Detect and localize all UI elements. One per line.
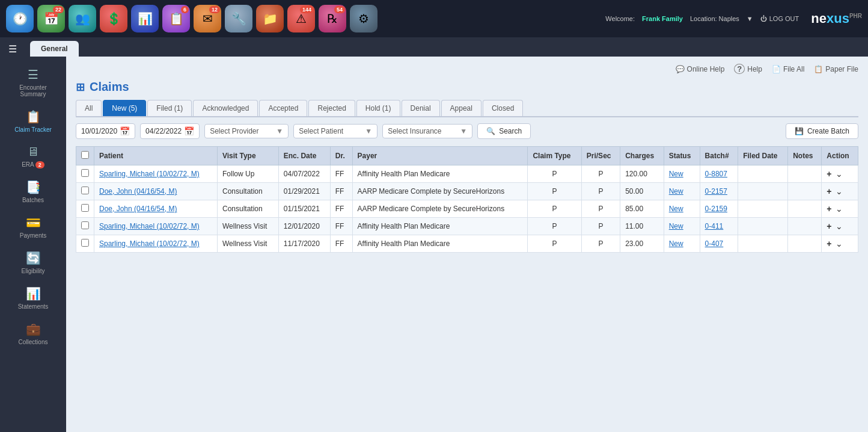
location-dropdown-icon[interactable]: ▼ [747, 15, 753, 22]
row-enc-date: 12/01/2020 [278, 218, 330, 235]
table-row: Sparling, Michael (10/02/72, M) Wellness… [76, 235, 858, 253]
tab-acknowledged[interactable]: Acknowledged [193, 100, 258, 116]
provider-select[interactable]: Select Provider ▼ [204, 124, 289, 138]
tab-general[interactable]: General [30, 41, 79, 57]
patient-select[interactable]: Select Patient ▼ [293, 124, 377, 138]
nav-wrench-btn[interactable]: 🔧 [225, 5, 252, 32]
insurance-select[interactable]: Select Insurance ▼ [382, 124, 472, 138]
sidebar-item-eligibility[interactable]: 🔄 Eligibility [4, 246, 62, 279]
row-claim-type: P [528, 165, 581, 183]
date-from-value: 10/01/2020 [81, 127, 117, 135]
row-checkbox[interactable] [81, 169, 89, 177]
hamburger-menu[interactable]: ☰ [5, 41, 20, 57]
file-all-icon: 📄 [772, 65, 781, 73]
top-nav: 🕐 📅 22 👥 💲 📊 📋 6 ✉ 12 🔧 📁 ⚠ 144 ℞ 54 ⚙ W… [0, 0, 868, 37]
calendar-from-icon[interactable]: 📅 [120, 126, 130, 136]
content-area: 💬 Online Help ? Help 📄 File All 📋 Paper … [66, 57, 868, 432]
nav-users-btn[interactable]: 👥 [69, 5, 96, 32]
row-checkbox-cell[interactable] [76, 183, 94, 200]
select-all-checkbox[interactable] [81, 151, 89, 159]
row-dr: FF [330, 235, 352, 253]
nav-warning-btn[interactable]: ⚠ 144 [287, 5, 315, 32]
row-batch[interactable]: 0-2159 [700, 200, 738, 218]
tab-new[interactable]: New (5) [103, 100, 146, 116]
action-expand-icon[interactable]: ⌄ [836, 169, 843, 179]
patient-select-label: Select Patient [299, 127, 343, 135]
warning-badge: 144 [300, 6, 314, 13]
row-batch[interactable]: 0-8807 [700, 165, 738, 183]
row-checkbox-cell[interactable] [76, 218, 94, 235]
row-status[interactable]: New [664, 235, 700, 253]
action-add-icon[interactable]: + [827, 187, 831, 196]
file-all-link[interactable]: 📄 File All [772, 65, 804, 73]
location-text: Location: Naples [690, 15, 739, 22]
row-action: + ⌄ [822, 183, 858, 200]
tab-appeal[interactable]: Appeal [441, 100, 481, 116]
sidebar-item-collections[interactable]: 💼 Collections [4, 317, 62, 350]
table-row: Doe, John (04/16/54, M) Consultation 01/… [76, 183, 858, 200]
sidebar-item-encounter-summary[interactable]: ☰ Encounter Summary [4, 63, 62, 102]
action-expand-icon[interactable]: ⌄ [836, 221, 843, 231]
online-help-link[interactable]: 💬 Online Help [676, 65, 725, 73]
tab-accepted[interactable]: Accepted [259, 100, 307, 116]
tab-rejected[interactable]: Rejected [308, 100, 355, 116]
tab-hold[interactable]: Hold (1) [356, 100, 400, 116]
row-patient[interactable]: Sparling, Michael (10/02/72, M) [94, 218, 218, 235]
row-status[interactable]: New [664, 218, 700, 235]
nav-dollar-btn[interactable]: 💲 [100, 5, 127, 32]
tab-filed[interactable]: Filed (1) [147, 100, 192, 116]
row-claim-type: P [528, 200, 581, 218]
help-link[interactable]: ? Help [734, 64, 762, 74]
sidebar-item-payments[interactable]: 💳 Payments [4, 211, 62, 244]
calendar-to-icon[interactable]: 📅 [184, 126, 194, 136]
row-checkbox-cell[interactable] [76, 200, 94, 218]
action-add-icon[interactable]: + [827, 204, 831, 214]
sidebar-item-statements[interactable]: 📊 Statements [4, 282, 62, 315]
row-patient[interactable]: Doe, John (04/16/54, M) [94, 200, 218, 218]
date-to-field[interactable]: 04/22/2022 📅 [140, 123, 200, 139]
tab-all[interactable]: All [76, 100, 102, 116]
row-batch[interactable]: 0-2157 [700, 183, 738, 200]
sidebar-item-claim-tracker[interactable]: 📋 Claim Tracker [4, 105, 62, 138]
row-patient[interactable]: Sparling, Michael (10/02/72, M) [94, 165, 218, 183]
row-status[interactable]: New [664, 200, 700, 218]
nav-chart-btn[interactable]: 📊 [131, 5, 159, 32]
tab-denial[interactable]: Denial [402, 100, 440, 116]
row-checkbox-cell[interactable] [76, 165, 94, 183]
action-add-icon[interactable]: + [827, 221, 831, 231]
row-status[interactable]: New [664, 165, 700, 183]
row-patient[interactable]: Doe, John (04/16/54, M) [94, 183, 218, 200]
nav-rx-btn[interactable]: ℞ 54 [319, 5, 346, 32]
paper-file-link[interactable]: 📋 Paper File [814, 65, 858, 73]
row-checkbox-cell[interactable] [76, 235, 94, 253]
row-checkbox[interactable] [81, 239, 89, 247]
search-button[interactable]: 🔍 Search [477, 123, 531, 139]
row-checkbox[interactable] [81, 221, 89, 229]
create-batch-button[interactable]: 💾 Create Batch [786, 123, 858, 139]
row-batch[interactable]: 0-411 [700, 218, 738, 235]
row-claim-type: P [528, 218, 581, 235]
nav-folder-btn[interactable]: 📁 [256, 5, 284, 32]
th-filed-date: Filed Date [738, 147, 788, 165]
nav-calendar-btn[interactable]: 📅 22 [37, 5, 65, 32]
row-checkbox[interactable] [81, 187, 89, 194]
row-batch[interactable]: 0-407 [700, 235, 738, 253]
row-status[interactable]: New [664, 183, 700, 200]
row-checkbox[interactable] [81, 204, 89, 212]
date-from-field[interactable]: 10/01/2020 📅 [76, 123, 135, 139]
tab-closed[interactable]: Closed [483, 100, 523, 116]
action-expand-icon[interactable]: ⌄ [836, 187, 843, 196]
action-expand-icon[interactable]: ⌄ [836, 204, 843, 214]
nav-mail-btn[interactable]: ✉ 12 [194, 5, 221, 32]
row-patient[interactable]: Sparling, Michael (10/02/72, M) [94, 235, 218, 253]
nav-clipboard-btn[interactable]: 📋 6 [162, 5, 190, 32]
sidebar-item-era[interactable]: 🖥 ERA2 [4, 140, 62, 173]
action-add-icon[interactable]: + [827, 169, 831, 179]
nav-clock-btn[interactable]: 🕐 [6, 5, 34, 32]
th-checkbox [76, 147, 94, 165]
logout-button[interactable]: ⏻ LOG OUT [760, 15, 799, 22]
action-add-icon[interactable]: + [827, 239, 831, 248]
sidebar-item-batches[interactable]: 📑 Batches [4, 175, 62, 208]
nav-settings-btn[interactable]: ⚙ [350, 5, 377, 32]
action-expand-icon[interactable]: ⌄ [836, 239, 843, 248]
